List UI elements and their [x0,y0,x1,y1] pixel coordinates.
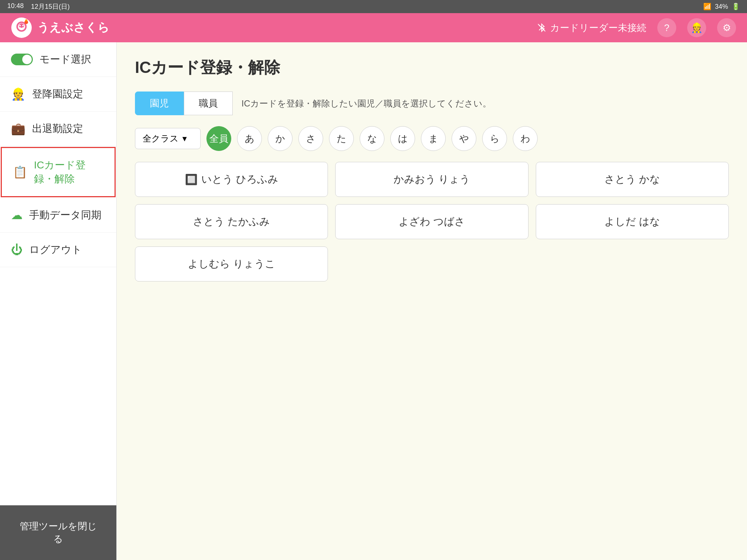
chevron-down-icon: ▾ [182,133,187,144]
person-name-1: かみおう りょう [394,172,471,186]
kana-filter-sa[interactable]: さ [298,126,323,151]
bluetooth-label: カードリーダー未接続 [550,22,646,34]
wifi-icon: 📶 [703,3,711,11]
kana-ya-label: や [459,132,469,145]
kana-ka-label: か [275,132,285,145]
kana-filter-ha[interactable]: は [390,126,415,151]
person-name-6: よしむら りょうこ [188,257,275,271]
kana-ha-label: は [398,132,408,145]
sidebar-item-taikou[interactable]: 👷 登降園設定 [0,77,116,112]
tab-description: ICカードを登録・解除したい園児／職員を選択してください。 [241,98,491,109]
tab-children[interactable]: 園児 [135,92,184,115]
card-icon: 📋 [13,165,27,179]
bluetooth-status: カードリーダー未接続 [536,22,646,34]
sidebar-nav: モード選択 👷 登降園設定 💼 出退勤設定 📋 ICカード登録・解除 ☁ 手動デ… [0,42,116,505]
sidebar-item-mode[interactable]: モード選択 [0,42,116,77]
kana-filter-na[interactable]: な [360,126,384,151]
user-button[interactable]: 👷 [687,18,706,37]
help-icon: ? [664,22,669,34]
filter-row: 全クラス ▾ 全員 あ か さ た な は [135,126,729,151]
sidebar-item-ic-card[interactable]: 📋 ICカード登録・解除 [1,147,116,197]
kana-na-label: な [367,132,377,145]
person-btn-0[interactable]: 🔲 いとう ひろふみ [135,162,328,197]
page-title: ICカード登録・解除 [135,57,729,78]
content-area: ICカード登録・解除 園児 職員 ICカードを登録・解除したい園児／職員を選択し… [117,42,747,560]
kana-filter-wa[interactable]: わ [513,126,538,151]
person-name-0: いとう ひろふみ [201,172,278,186]
svg-point-7 [25,19,27,22]
kana-filter-ya[interactable]: や [452,126,476,151]
help-button[interactable]: ? [657,18,676,37]
kana-filter-ra[interactable]: ら [482,126,507,151]
sidebar-item-mode-label: モード選択 [39,52,91,66]
kana-filter-all[interactable]: 全員 [206,126,231,151]
kana-sa-label: さ [306,132,316,145]
close-management-button[interactable]: 管理ツールを閉じる [9,513,108,553]
gear-icon: ⚙ [723,22,731,34]
power-icon: ⏻ [11,243,23,257]
kana-a-label: あ [245,132,255,145]
kana-wa-label: わ [520,132,530,145]
class-select-label: 全クラス [143,133,179,144]
class-select-dropdown[interactable]: 全クラス ▾ [135,128,201,149]
person-name-3: さとう たかふみ [193,215,270,229]
person-btn-2[interactable]: さとう かな [536,162,729,197]
upload-icon: ☁ [11,208,23,222]
battery-display: 34% [715,3,728,11]
person-btn-6[interactable]: よしむら りょうこ [135,246,328,281]
date-display: 12月15日(日) [31,2,70,11]
kana-filter-ta[interactable]: た [329,126,354,151]
sidebar-footer: 管理ツールを閉じる [0,505,116,560]
svg-point-4 [19,25,21,26]
person-btn-3[interactable]: さとう たかふみ [135,204,328,239]
sidebar-item-ic-card-label: ICカード登録・解除 [34,158,104,186]
card-registered-icon: 🔲 [185,174,198,186]
person-btn-5[interactable]: よしだ はな [536,204,729,239]
tab-staff[interactable]: 職員 [184,92,233,115]
kana-ra-label: ら [490,132,500,145]
battery-icon: 🔋 [732,3,740,11]
kana-filter-ka[interactable]: か [268,126,293,151]
sidebar-item-syukin-label: 出退勤設定 [32,122,83,136]
svg-point-5 [22,25,24,26]
person-name-5: よしだ はな [604,215,660,229]
kana-filter-a[interactable]: あ [237,126,262,151]
sidebar-item-manual-sync-label: 手動データ同期 [29,208,101,222]
sidebar-item-manual-sync[interactable]: ☁ 手動データ同期 [0,198,116,233]
person-grid: 🔲 いとう ひろふみ かみおう りょう さとう かな さとう たかふみ よざわ … [135,162,729,281]
status-bar: 10:48 12月15日(日) 📶 34% 🔋 [0,0,747,13]
time-display: 10:48 [7,2,24,11]
app-title: うえぶさくら [37,20,109,36]
kana-ma-label: ま [429,132,438,145]
sidebar-item-logout[interactable]: ⏻ ログアウト [0,233,116,267]
kana-ta-label: た [337,132,347,145]
app-logo [11,17,32,38]
person-name-4: よざわ つばさ [399,215,465,229]
main-layout: モード選択 👷 登降園設定 💼 出退勤設定 📋 ICカード登録・解除 ☁ 手動デ… [0,42,747,560]
sidebar-item-taikou-label: 登降園設定 [32,87,83,101]
kana-filter-ma[interactable]: ま [421,126,446,151]
kana-all-label: 全員 [209,132,228,145]
briefcase-icon: 💼 [11,122,26,136]
helmet-icon: 👷 [11,87,26,101]
mode-toggle[interactable] [11,54,33,65]
person-name-2: さとう かな [604,172,660,186]
person-btn-1[interactable]: かみおう りょう [335,162,528,197]
tab-row: 園児 職員 ICカードを登録・解除したい園児／職員を選択してください。 [135,92,729,115]
user-icon: 👷 [691,22,703,34]
bluetooth-icon [536,22,547,33]
sidebar: モード選択 👷 登降園設定 💼 出退勤設定 📋 ICカード登録・解除 ☁ 手動デ… [0,42,117,560]
sidebar-item-logout-label: ログアウト [29,243,82,257]
sidebar-item-syukin[interactable]: 💼 出退勤設定 [0,112,116,146]
person-btn-4[interactable]: よざわ つばさ [335,204,528,239]
app-header: うえぶさくら カードリーダー未接続 ? 👷 ⚙ [0,13,747,42]
settings-button[interactable]: ⚙ [717,18,736,37]
